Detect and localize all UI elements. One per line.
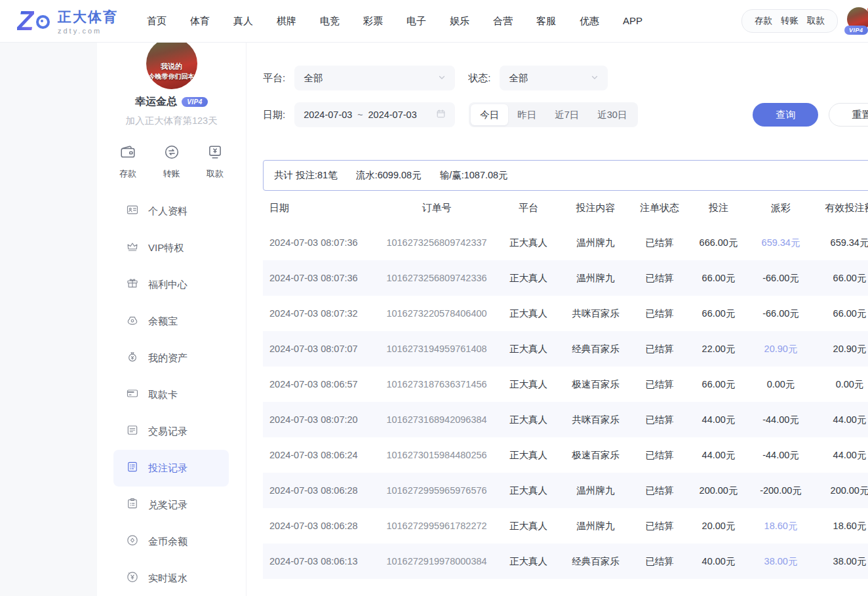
nav-item[interactable]: 优惠 bbox=[580, 15, 599, 28]
cell-bet-content: 温州牌九 bbox=[561, 520, 630, 532]
brand-logo[interactable]: Z 正大体育 zdty.com bbox=[17, 6, 118, 36]
sidebar-item-label: 个人资料 bbox=[148, 205, 187, 218]
cell-valid-amount: 18.60元 bbox=[814, 520, 868, 532]
cell-valid-amount: 659.34元 bbox=[814, 237, 868, 249]
cell-payout: -66.00元 bbox=[748, 272, 814, 285]
cell-date: 2024-07-03 08:06:28 bbox=[263, 521, 378, 531]
date-range-input[interactable]: 2024-07-03 ~ 2024-07-03 bbox=[294, 102, 455, 127]
nav-item[interactable]: 电子 bbox=[406, 15, 426, 28]
quick-action[interactable]: 存款 bbox=[119, 144, 136, 180]
wallet-action[interactable]: 取款 bbox=[807, 15, 825, 27]
user-menu[interactable]: VIP4 幸运金总 永久域名: bbox=[847, 7, 868, 35]
id-card-icon bbox=[126, 203, 139, 219]
cell-bet-amount: 666.00元 bbox=[689, 237, 748, 249]
search-button[interactable]: 查询 bbox=[753, 103, 818, 127]
cell-bet-amount: 44.00元 bbox=[689, 414, 748, 426]
sidebar-item[interactable]: VIP特权 bbox=[97, 229, 246, 266]
cell-bet-content: 共咪百家乐 bbox=[561, 308, 630, 320]
nav-item[interactable]: 电竞 bbox=[320, 15, 340, 28]
quick-action[interactable]: 转账 bbox=[163, 144, 180, 180]
cell-valid-amount: 66.00元 bbox=[814, 272, 868, 285]
wallet-action[interactable]: 存款 bbox=[755, 15, 772, 27]
cell-date: 2024-07-03 08:06:13 bbox=[263, 556, 378, 566]
nav-item[interactable]: APP bbox=[623, 15, 642, 28]
sidebar-item[interactable]: 交易记录 bbox=[97, 413, 246, 450]
cell-order-number: 1016273256809742336 bbox=[378, 273, 496, 283]
sidebar-item[interactable]: 金币余额 bbox=[97, 523, 246, 560]
table-header-row: 日期订单号平台投注内容注单状态投注派彩有效投注额 bbox=[263, 191, 868, 225]
sidebar-item[interactable]: 实时返水 bbox=[97, 560, 246, 596]
cell-date: 2024-07-03 08:07:32 bbox=[263, 308, 378, 319]
cell-date: 2024-07-03 08:07:20 bbox=[263, 414, 378, 425]
cell-date: 2024-07-03 08:07:07 bbox=[263, 344, 378, 354]
cell-status: 已结算 bbox=[630, 485, 689, 497]
chevron-down-icon bbox=[591, 72, 599, 84]
date-range-option[interactable]: 近7日 bbox=[545, 104, 588, 125]
cell-bet-content: 温州牌九 bbox=[561, 485, 630, 497]
status-select-value: 全部 bbox=[509, 72, 591, 85]
sidebar-item[interactable]: 福利中心 bbox=[97, 266, 246, 303]
nav-item[interactable]: 合营 bbox=[493, 15, 513, 28]
cell-platform: 正大真人 bbox=[496, 343, 561, 355]
status-label: 状态: bbox=[468, 72, 490, 85]
column-header: 派彩 bbox=[748, 202, 814, 214]
platform-select-value: 全部 bbox=[304, 72, 438, 85]
date-range-option[interactable]: 近30日 bbox=[588, 104, 636, 125]
cell-valid-amount: 0.00元 bbox=[814, 378, 868, 391]
sidebar-item[interactable]: 个人资料 bbox=[97, 193, 246, 229]
avatar-caption: 今晚带你们回本 bbox=[146, 72, 197, 81]
sidebar-item[interactable]: 投注记录 bbox=[113, 450, 229, 487]
sidebar-item[interactable]: 我的资产 bbox=[97, 340, 246, 376]
date-label: 日期: bbox=[263, 109, 285, 121]
platform-select[interactable]: 全部 bbox=[294, 66, 455, 90]
ingot-icon bbox=[126, 313, 139, 329]
nav-item[interactable]: 真人 bbox=[233, 15, 253, 28]
cell-order-number: 1016272919978000384 bbox=[378, 556, 496, 566]
cell-payout: -66.00元 bbox=[748, 308, 814, 320]
table-row: 2024-07-03 08:06:281016272995965976576正大… bbox=[263, 473, 868, 508]
cell-valid-amount: 20.90元 bbox=[814, 343, 868, 355]
nav-item[interactable]: 棋牌 bbox=[277, 15, 296, 28]
nav-item[interactable]: 娱乐 bbox=[450, 15, 469, 28]
nav-item[interactable]: 首页 bbox=[147, 15, 167, 28]
date-quick-ranges: 今日昨日近7日近30日 bbox=[469, 102, 638, 127]
brand-domain: zdty.com bbox=[58, 27, 118, 35]
column-header: 日期 bbox=[263, 202, 378, 214]
cell-platform: 正大真人 bbox=[496, 272, 561, 285]
cell-order-number: 1016272995965976576 bbox=[378, 485, 496, 496]
column-header: 投注内容 bbox=[561, 202, 630, 214]
sidebar-item-label: 我的资产 bbox=[148, 352, 187, 365]
column-header: 平台 bbox=[496, 202, 561, 214]
cell-bet-content: 极速百家乐 bbox=[561, 378, 630, 391]
cell-date: 2024-07-03 08:07:36 bbox=[263, 273, 378, 283]
cell-status: 已结算 bbox=[630, 272, 689, 285]
cell-bet-content: 温州牌九 bbox=[561, 272, 630, 285]
cell-platform: 正大真人 bbox=[496, 555, 561, 568]
table-row: 2024-07-03 08:07:071016273194959761408正大… bbox=[263, 331, 868, 367]
nav-item[interactable]: 客服 bbox=[536, 15, 556, 28]
date-range-option[interactable]: 昨日 bbox=[508, 104, 545, 125]
vip-badge: VIP4 bbox=[182, 97, 208, 107]
reset-button[interactable]: 重置 bbox=[829, 103, 868, 127]
date-range-option[interactable]: 今日 bbox=[471, 104, 508, 125]
cell-date: 2024-07-03 08:06:24 bbox=[263, 450, 378, 460]
top-nav: 首页体育真人棋牌电竞彩票电子娱乐合营客服优惠APP bbox=[147, 15, 642, 28]
brand-logo-icon: Z bbox=[17, 6, 54, 36]
cell-platform: 正大真人 bbox=[496, 520, 561, 532]
sidebar-item[interactable]: 取款卡 bbox=[97, 376, 246, 413]
quick-action[interactable]: 取款 bbox=[207, 144, 224, 180]
cell-order-number: 1016273015984480256 bbox=[378, 450, 496, 460]
table-row: 2024-07-03 08:07:321016273220578406400正大… bbox=[263, 296, 868, 331]
sidebar-item[interactable]: 兑奖记录 bbox=[97, 487, 246, 523]
nav-item[interactable]: 体育 bbox=[190, 15, 210, 28]
avatar[interactable]: 我说的 今晚带你们回本 bbox=[146, 38, 197, 89]
sidebar-item[interactable]: 余额宝 bbox=[97, 303, 246, 340]
wallet-action[interactable]: 转账 bbox=[781, 15, 799, 27]
cell-date: 2024-07-03 08:06:57 bbox=[263, 379, 378, 389]
cell-bet-content: 温州牌九 bbox=[561, 237, 630, 249]
cell-valid-amount: 38.00元 bbox=[814, 555, 868, 568]
nav-item[interactable]: 彩票 bbox=[363, 15, 383, 28]
transactions-icon bbox=[126, 424, 139, 439]
status-select[interactable]: 全部 bbox=[500, 66, 608, 90]
sidebar-item-label: 兑奖记录 bbox=[148, 499, 187, 511]
